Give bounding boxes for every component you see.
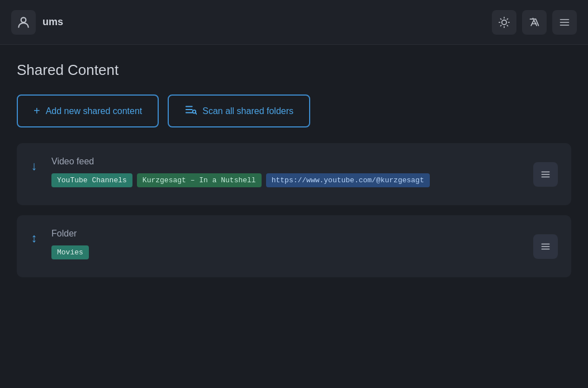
arrow-updown-icon: ↕	[26, 231, 42, 245]
tag-movies: Movies	[51, 245, 89, 259]
app-title: ums	[42, 16, 63, 28]
svg-line-5	[507, 25, 508, 26]
tag-youtube-channels: YouTube Channels	[51, 173, 132, 187]
arrow-down-icon: ↓	[26, 159, 42, 173]
svg-line-9	[507, 18, 508, 19]
video-feed-card: ↓ Video feed YouTube Channels Kurzgesagt…	[17, 143, 571, 205]
page-title: Shared Content	[17, 61, 571, 79]
svg-point-1	[502, 20, 506, 24]
translate-button[interactable]	[522, 10, 547, 35]
svg-line-17	[196, 113, 197, 114]
main-content: Shared Content + Add new shared content …	[0, 45, 588, 304]
scan-all-label: Scan all shared folders	[202, 106, 293, 116]
scan-icon	[184, 103, 197, 119]
header-left: ums	[11, 10, 63, 35]
svg-point-0	[21, 17, 26, 22]
svg-line-8	[501, 25, 501, 26]
tag-kurzgesagt: Kurzgesagt – In a Nutshell	[137, 173, 262, 187]
card-tags-folder: Movies	[51, 245, 524, 259]
scan-all-shared-folders-button[interactable]: Scan all shared folders	[168, 94, 310, 127]
hamburger-menu-button[interactable]	[552, 10, 577, 35]
card-tags-video: YouTube Channels Kurzgesagt – In a Nutsh…	[51, 173, 524, 187]
actions-row: + Add new shared content Scan all shared…	[17, 94, 571, 127]
card-type-video: Video feed	[51, 157, 524, 167]
folder-card: ↕ Folder Movies	[17, 215, 571, 277]
header-right	[492, 10, 577, 35]
add-new-shared-content-button[interactable]: + Add new shared content	[17, 94, 159, 127]
header: ums	[0, 0, 588, 45]
video-card-menu-button[interactable]	[533, 162, 558, 187]
avatar-icon	[11, 10, 36, 35]
plus-icon: +	[34, 105, 40, 117]
folder-card-menu-button[interactable]	[533, 234, 558, 259]
card-body-folder: Folder Movies	[51, 229, 524, 264]
card-type-folder: Folder	[51, 229, 524, 239]
card-body-video: Video feed YouTube Channels Kurzgesagt –…	[51, 157, 524, 192]
svg-line-4	[501, 18, 501, 19]
add-new-label: Add new shared content	[46, 106, 143, 116]
brightness-button[interactable]	[492, 10, 516, 35]
tag-youtube-url: https://www.youtube.com/@kurzgesagt	[266, 173, 430, 187]
